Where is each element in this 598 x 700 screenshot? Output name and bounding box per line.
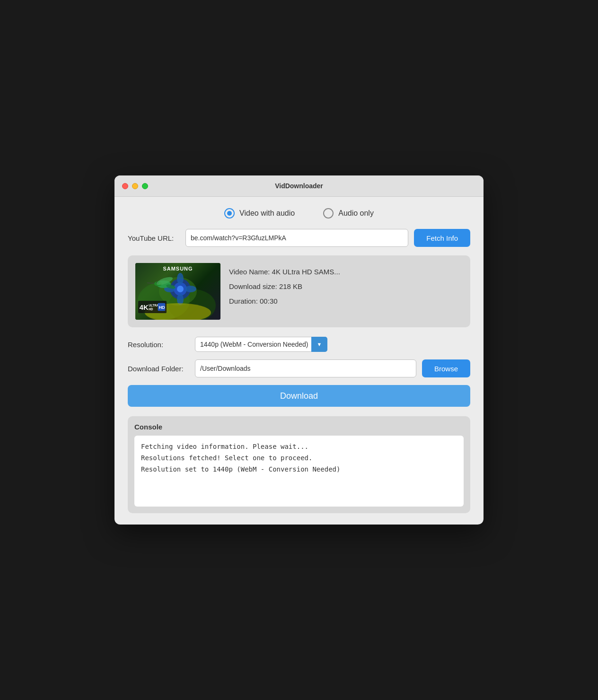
- video-info-panel: SAMSUNG: [128, 255, 470, 327]
- traffic-lights: [122, 183, 148, 189]
- video-thumbnail: SAMSUNG: [135, 263, 220, 320]
- close-button[interactable]: [122, 183, 128, 189]
- resolution-select-wrapper: 1440p (WebM - Conversion Needed) 1080p (…: [195, 337, 327, 352]
- main-content: Video with audio Audio only YouTube URL:…: [114, 197, 484, 525]
- resolution-select[interactable]: 1440p (WebM - Conversion Needed) 1080p (…: [195, 337, 327, 352]
- titlebar: VidDownloader: [114, 175, 484, 197]
- fetch-info-button[interactable]: Fetch Info: [414, 229, 470, 247]
- svg-text:HD: HD: [158, 305, 165, 310]
- resolution-row: Resolution: 1440p (WebM - Conversion Nee…: [128, 337, 470, 352]
- video-metadata: Video Name: 4K ULtra HD SAMS... Download…: [229, 263, 340, 305]
- browse-button[interactable]: Browse: [422, 359, 470, 377]
- svg-point-5: [177, 286, 184, 292]
- app-window: VidDownloader Video with audio Audio onl…: [114, 175, 484, 525]
- svg-text:4K: 4K: [140, 304, 149, 311]
- duration: Duration: 00:30: [229, 297, 340, 305]
- audio-only-option[interactable]: Audio only: [323, 208, 374, 219]
- minimize-button[interactable]: [132, 183, 138, 189]
- svg-text:HD: HD: [149, 307, 153, 311]
- mode-selection: Video with audio Audio only: [128, 208, 470, 219]
- video-name: Video Name: 4K ULtra HD SAMS...: [229, 268, 340, 276]
- download-button[interactable]: Download: [128, 385, 470, 407]
- video-with-audio-label: Video with audio: [239, 209, 295, 218]
- svg-text:ULTRA: ULTRA: [149, 304, 159, 307]
- svg-point-6: [177, 273, 184, 284]
- console-line-1: Fetching video information. Please wait.…: [141, 441, 457, 453]
- console-section: Console Fetching video information. Plea…: [128, 416, 470, 513]
- resolution-label: Resolution:: [128, 341, 189, 349]
- url-label: YouTube URL:: [128, 234, 180, 242]
- console-output: Fetching video information. Please wait.…: [134, 436, 464, 507]
- console-line-2: Resolutions fetched! Select one to proce…: [141, 453, 457, 464]
- maximize-button[interactable]: [142, 183, 148, 189]
- url-row: YouTube URL: Fetch Info: [128, 229, 470, 247]
- svg-point-9: [185, 286, 196, 292]
- svg-line-12: [147, 283, 154, 283]
- video-with-audio-radio[interactable]: [224, 208, 235, 219]
- video-with-audio-option[interactable]: Video with audio: [224, 208, 295, 219]
- url-input[interactable]: [185, 229, 408, 247]
- folder-input[interactable]: [195, 359, 416, 377]
- console-title: Console: [134, 423, 464, 431]
- audio-only-radio[interactable]: [323, 208, 334, 219]
- window-title: VidDownloader: [275, 182, 323, 190]
- download-size: Download size: 218 KB: [229, 282, 340, 290]
- 4k-label: 4K ULTRA HD HD: [138, 300, 167, 316]
- audio-only-label: Audio only: [338, 209, 374, 218]
- console-line-3: Resolution set to 1440p (WebM - Conversi…: [141, 464, 457, 475]
- download-folder-row: Download Folder: Browse: [128, 359, 470, 377]
- download-folder-label: Download Folder:: [128, 365, 189, 373]
